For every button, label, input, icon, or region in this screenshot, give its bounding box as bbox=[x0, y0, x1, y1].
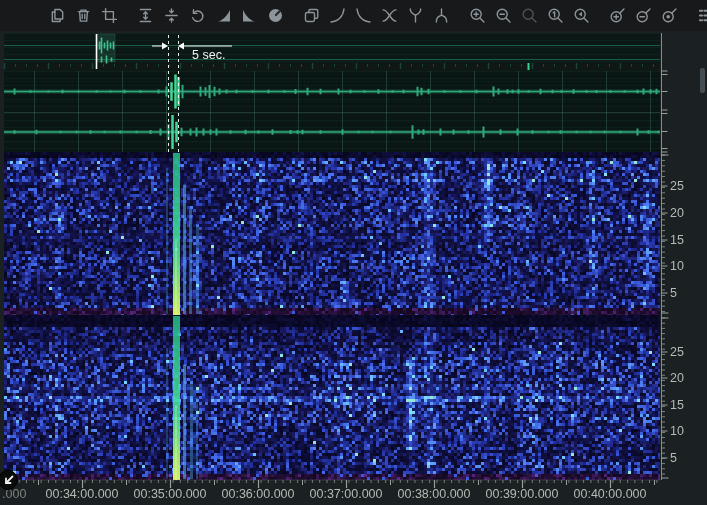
freq-tick-label: 10 bbox=[670, 424, 684, 438]
copy-icon bbox=[48, 6, 67, 25]
zoom-in-button[interactable] bbox=[468, 6, 487, 25]
zoom-in-icon bbox=[468, 6, 487, 25]
copy-button[interactable] bbox=[48, 6, 67, 25]
vertical-scrollbar-thumb[interactable] bbox=[700, 68, 705, 93]
freq-tick-label: 20 bbox=[670, 371, 684, 385]
zoom-previous-icon bbox=[572, 6, 591, 25]
freq-tick-label: 15 bbox=[670, 398, 684, 412]
merge-channels-icon bbox=[406, 6, 425, 25]
zoom-original-icon bbox=[546, 6, 565, 25]
crossfade-button[interactable] bbox=[380, 6, 399, 25]
levels-icon bbox=[696, 6, 707, 25]
time-tick-label: 00:35:00.000 bbox=[134, 487, 207, 501]
time-tick-label: 00:40:00.000 bbox=[574, 487, 647, 501]
gain-knob-icon bbox=[266, 6, 285, 25]
pan-arrow-icon bbox=[2, 474, 14, 486]
levels-button[interactable] bbox=[696, 6, 707, 25]
undo-button[interactable] bbox=[188, 6, 207, 25]
time-tick-label: 00:38:00.000 bbox=[398, 487, 471, 501]
vertical-zoom-out-button[interactable] bbox=[634, 6, 653, 25]
frequency-axis bbox=[652, 33, 707, 480]
fade-in-button[interactable] bbox=[214, 6, 233, 25]
delete-icon bbox=[74, 6, 93, 25]
vertical-zoom-out-icon bbox=[634, 6, 653, 25]
fade-out-icon bbox=[240, 6, 259, 25]
freq-tick-label: 5 bbox=[670, 286, 677, 300]
vertical-zoom-in-icon bbox=[608, 6, 627, 25]
merge-channels-button[interactable] bbox=[406, 6, 425, 25]
waveform-plot bbox=[4, 71, 660, 152]
split-channels-button[interactable] bbox=[432, 6, 451, 25]
freq-tick-label: 25 bbox=[670, 345, 684, 359]
crop-button[interactable] bbox=[100, 6, 119, 25]
gain-knob-button[interactable] bbox=[266, 6, 285, 25]
freq-tick-label: 25 bbox=[670, 179, 684, 193]
vertical-zoom-reset-button[interactable] bbox=[660, 6, 679, 25]
overview-ruler bbox=[4, 63, 660, 71]
spectrogram-2[interactable] bbox=[4, 315, 660, 480]
time-tick-label: 00:39:00.000 bbox=[486, 487, 559, 501]
freq-tick-label: 20 bbox=[670, 206, 684, 220]
vertical-zoom-in-button[interactable] bbox=[608, 6, 627, 25]
zoom-tool-button[interactable] bbox=[520, 6, 539, 25]
fit-vertical-button[interactable] bbox=[136, 6, 155, 25]
delete-button[interactable] bbox=[74, 6, 93, 25]
freq-tick-label: 15 bbox=[670, 233, 684, 247]
zoom-tool-icon bbox=[520, 6, 539, 25]
freq-tick-label: 5 bbox=[670, 451, 677, 465]
split-channels-icon bbox=[432, 6, 451, 25]
spectrogram-1[interactable] bbox=[4, 152, 660, 315]
measure-duration-label: 5 sec. bbox=[192, 48, 225, 62]
collapse-center-button[interactable] bbox=[162, 6, 181, 25]
curve-increase-icon bbox=[328, 6, 347, 25]
fade-out-button[interactable] bbox=[240, 6, 259, 25]
time-tick-label: 00:36:00.000 bbox=[222, 487, 295, 501]
time-tick-label: 00:34:00.000 bbox=[46, 487, 119, 501]
time-tick-label: 00:37:00.000 bbox=[310, 487, 383, 501]
collapse-center-icon bbox=[162, 6, 181, 25]
duplicate-icon bbox=[302, 6, 321, 25]
vertical-zoom-reset-icon bbox=[660, 6, 679, 25]
overview-bar[interactable] bbox=[4, 33, 660, 63]
zoom-out-button[interactable] bbox=[494, 6, 513, 25]
crop-icon bbox=[100, 6, 119, 25]
crossfade-icon bbox=[380, 6, 399, 25]
curve-increase-button[interactable] bbox=[328, 6, 347, 25]
undo-icon bbox=[188, 6, 207, 25]
fade-in-icon bbox=[214, 6, 233, 25]
fit-vertical-icon bbox=[136, 6, 155, 25]
zoom-out-icon bbox=[494, 6, 513, 25]
zoom-original-button[interactable] bbox=[546, 6, 565, 25]
duplicate-button[interactable] bbox=[302, 6, 321, 25]
freq-tick-label: 10 bbox=[670, 259, 684, 273]
curve-decrease-icon bbox=[354, 6, 373, 25]
curve-decrease-button[interactable] bbox=[354, 6, 373, 25]
toolbar bbox=[0, 0, 707, 31]
zoom-previous-button[interactable] bbox=[572, 6, 591, 25]
